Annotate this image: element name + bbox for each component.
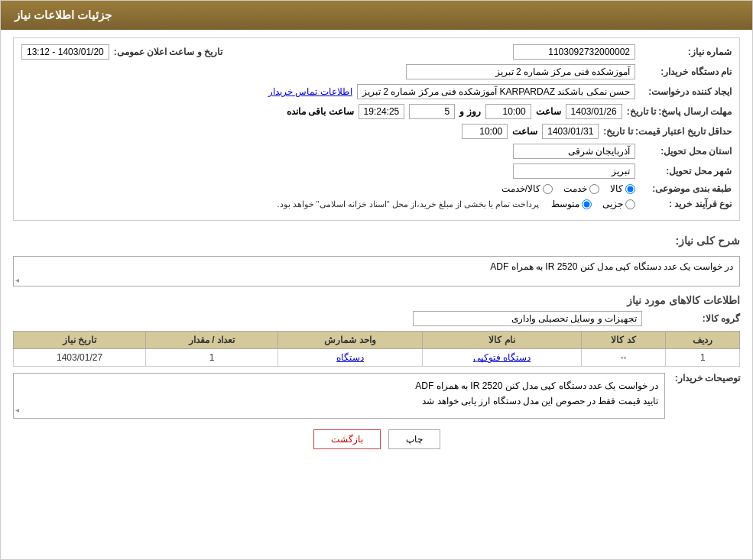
creator-label: ایجاد کننده درخواست: (640, 86, 732, 97)
cell-name[interactable]: دستگاه فتوکپی (423, 349, 581, 367)
process-option-medium[interactable]: متوسط (551, 199, 592, 209)
description-value: در خواست یک عدد دستگاه کپی مدل کنن IR 25… (13, 256, 740, 286)
back-button[interactable]: بازگشت (313, 429, 381, 449)
price-deadline-time-label: ساعت (512, 126, 537, 137)
type-option-both[interactable]: کالا/خدمت (501, 183, 553, 194)
table-row: 1 -- دستگاه فتوکپی دستگاه 1 1403/01/27 (14, 349, 740, 367)
price-deadline-time: 10:00 (462, 124, 508, 139)
col-header-code: کد کالا (581, 332, 666, 349)
buyer-notes-label: توصیحات خریدار: (671, 373, 740, 384)
deadline-remaining-label: ساعت باقی مانده (287, 106, 354, 117)
type-option-service[interactable]: خدمت (563, 183, 599, 194)
price-deadline-date: 1403/01/31 (542, 124, 599, 139)
col-header-name: نام کالا (423, 332, 581, 349)
deadline-remaining: 19:24:25 (359, 104, 405, 119)
city-value: تبریز (513, 163, 635, 179)
deadline-date: 1403/01/26 (566, 104, 622, 119)
process-option-minor[interactable]: جزیی (602, 199, 635, 209)
cell-row: 1 (666, 349, 740, 367)
announce-value: 1403/01/20 - 13:12 (21, 44, 109, 60)
goods-section-label: اطلاعات کالاهای مورد نیاز (13, 294, 740, 306)
deadline-time: 10:00 (485, 104, 531, 119)
col-header-unit: واحد شمارش (278, 332, 422, 349)
creator-value: حسن نمکی باشکند KARPARDAZ آموزشکده فنی م… (357, 84, 635, 99)
type-option-goods[interactable]: کالا (610, 183, 635, 194)
process-radio-group: جزیی متوسط (551, 199, 635, 209)
page-title: جزئیات اطلاعات نیاز (15, 8, 112, 21)
buyer-notes-line1: در خواست یک عدد دستگاه کپی مدل کنن IR 25… (20, 378, 658, 393)
goods-table: ردیف کد کالا نام کالا واحد شمارش تعداد /… (13, 331, 740, 367)
group-label: گروه کالا: (648, 313, 740, 324)
buyer-notes-content: در خواست یک عدد دستگاه کپی مدل کنن IR 25… (13, 373, 665, 419)
cell-qty: 1 (146, 349, 278, 367)
print-button[interactable]: چاپ (388, 429, 440, 449)
deadline-days: 5 (409, 104, 455, 119)
process-label: نوع فرآیند خرید : (640, 199, 732, 209)
button-row: چاپ بازگشت (13, 429, 740, 449)
announce-label: تاریخ و ساعت اعلان عمومی: (114, 47, 222, 57)
price-deadline-label: حداقل تاریخ اعتبار قیمت: تا تاریخ: (603, 126, 732, 137)
buyer-name-label: نام دستگاه خریدار: (640, 66, 732, 77)
group-value: تجهیزات و وسایل تحصیلی واداری (413, 311, 642, 326)
province-label: استان محل تحویل: (640, 146, 732, 157)
page-header: جزئیات اطلاعات نیاز (1, 1, 752, 30)
type-radio-group: کالا خدمت کالا/خدمت (501, 183, 635, 194)
cell-date: 1403/01/27 (14, 349, 146, 367)
city-label: شهر محل تحویل: (640, 166, 732, 176)
deadline-time-label: ساعت (536, 106, 561, 117)
creator-link[interactable]: اطلاعات تماس خریدار (268, 86, 352, 97)
buyer-notes-line2: تایید قیمت فقط در حصوص این مدل دستگاه ار… (20, 393, 658, 409)
need-number-label: شماره نیاز: (640, 47, 732, 57)
province-value: آذربایجان شرقی (513, 144, 635, 159)
deadline-days-label: روز و (459, 106, 480, 117)
process-note: پرداخت تمام یا بخشی از مبلغ خرید،از محل … (277, 199, 539, 209)
col-header-qty: تعداد / مقدار (146, 332, 278, 349)
type-label: طبقه بندی موضوعی: (640, 183, 732, 194)
need-number-value: 1103092732000002 (513, 44, 635, 60)
col-header-row: ردیف (666, 332, 740, 349)
cell-code: -- (581, 349, 666, 367)
col-header-date: تاریخ نیاز (14, 332, 146, 349)
description-section-label: شرح کلی نیاز: (676, 235, 740, 247)
deadline-label: مهلت ارسال پاسخ: تا تاریخ: (627, 106, 732, 117)
cell-unit[interactable]: دستگاه (278, 349, 422, 367)
buyer-name-value: آموزشکده فنی مرکز شماره 2 تبریز (406, 64, 635, 79)
